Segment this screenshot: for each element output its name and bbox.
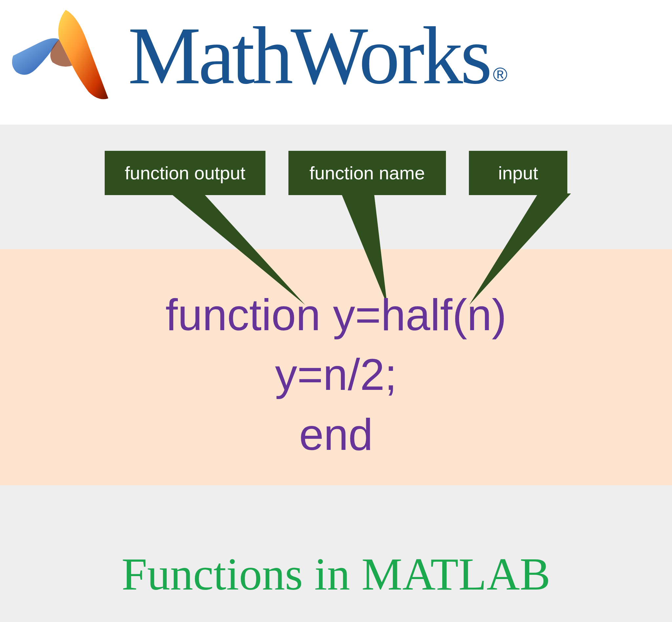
code-example: function y=half(n) y=n/2; end [0, 285, 672, 464]
callout-function-output: function output [105, 151, 265, 195]
callout-row: function output function name input [0, 151, 672, 195]
code-line-1: function y=half(n) [0, 285, 672, 345]
registered-symbol: ® [493, 64, 507, 85]
code-line-2: y=n/2; [0, 345, 672, 405]
page-title: Functions in MATLAB [0, 548, 672, 600]
callout-function-name: function name [288, 151, 446, 195]
mathworks-logo: MathWorks® [6, 6, 507, 105]
callout-input: input [469, 151, 567, 195]
logo-text: MathWorks® [128, 8, 507, 103]
matlab-logo-icon [6, 6, 118, 105]
code-line-3: end [0, 405, 672, 464]
company-name: MathWorks [128, 10, 489, 101]
